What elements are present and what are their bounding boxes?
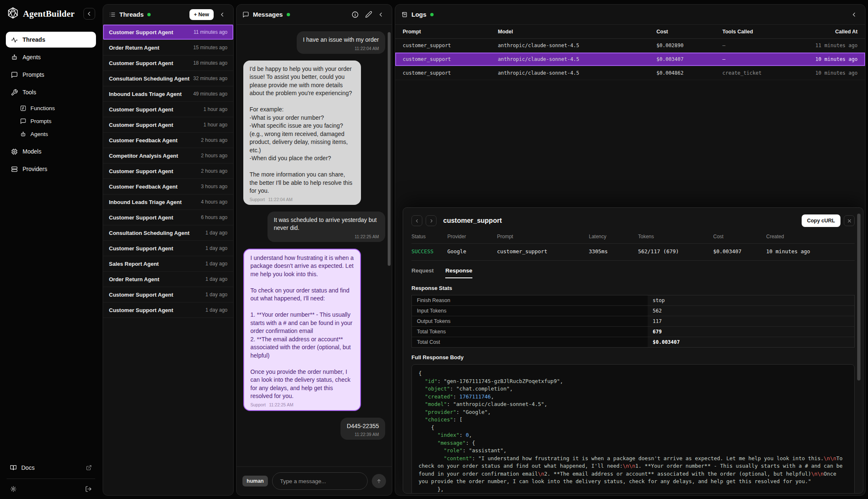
tab-request[interactable]: Request	[411, 263, 434, 278]
message-bubble[interactable]: I understand how frustrating it is when …	[243, 249, 361, 411]
thread-item[interactable]: Customer Support Agent 1 day ago	[103, 302, 233, 318]
log-row[interactable]: customer_support anthropic/claude-sonnet…	[395, 66, 865, 80]
thread-item[interactable]: Customer Support Agent 1 hour ago	[103, 102, 233, 117]
thread-item[interactable]: Inbound Leads Triage Agent 49 minutes ag…	[103, 86, 233, 102]
thread-item[interactable]: Consultation Scheduling Agent 1 day ago	[103, 225, 233, 241]
message-input[interactable]	[272, 472, 368, 490]
message-square-icon	[11, 71, 18, 78]
message-bubble[interactable]: It was scheduled to arrive yesterday but…	[267, 212, 385, 242]
meta-label: Prompt	[497, 234, 589, 244]
message-bubble[interactable]: I have an issue with my order 11:22:04 A…	[297, 31, 385, 54]
stats-value: stop	[648, 295, 854, 305]
response-stats-table: Finish Reason stop Input Tokens 562 Outp…	[411, 295, 855, 348]
thread-name: Customer Support Agent	[109, 29, 173, 35]
log-tools-called: —	[722, 56, 811, 62]
thread-item[interactable]: Inbound Leads Triage Agent 4 hours ago	[103, 194, 233, 210]
thread-item[interactable]: Customer Support Agent 1 hour ago	[103, 117, 233, 133]
messages-collapse-button[interactable]	[376, 9, 386, 20]
sidebar: AgentBuilder Threads Agents Prompts Tool…	[0, 0, 102, 499]
message-text: I'd be happy to help you with your order…	[250, 65, 355, 195]
message-bubble[interactable]: I'd be happy to help you with your order…	[243, 60, 361, 205]
detail-header: customer_support Copy cURL	[411, 208, 855, 227]
stats-value: 679	[648, 327, 854, 337]
threads-collapse-button[interactable]	[217, 9, 227, 20]
tab-response[interactable]: Response	[445, 263, 472, 278]
logo-row: AgentBuilder	[6, 6, 96, 22]
sidebar-item-agents[interactable]: Agents	[6, 49, 96, 65]
message-time: 11:22:25 AM	[269, 402, 293, 407]
sidebar-item-providers[interactable]: Providers	[6, 161, 96, 177]
thread-time: 1 day ago	[205, 292, 227, 297]
thread-item[interactable]: Competitor Analysis Agent 2 hours ago	[103, 148, 233, 164]
thread-item[interactable]: Customer Feedback Agent 3 hours ago	[103, 179, 233, 194]
status-dot	[147, 13, 151, 16]
sidebar-subitem-prompts[interactable]: Prompts	[6, 115, 96, 128]
log-row[interactable]: customer_support anthropic/claude-sonnet…	[395, 53, 865, 66]
thread-item[interactable]: Customer Support Agent 11 minutes ago	[103, 25, 233, 40]
sidebar-item-tools[interactable]: Tools	[6, 84, 96, 100]
thread-time: 2 hours ago	[201, 137, 227, 143]
meta-column: Created 10 minutes ago	[766, 234, 855, 260]
thread-item[interactable]: Customer Support Agent 1 day ago	[103, 287, 233, 302]
thread-item[interactable]: Customer Support Agent 2 hours ago	[103, 164, 233, 179]
copy-curl-button[interactable]: Copy cURL	[802, 214, 840, 227]
thread-item[interactable]: Customer Feedback Agent 2 hours ago	[103, 133, 233, 148]
new-thread-button[interactable]: + New	[189, 9, 214, 20]
response-body-box[interactable]: { "id": "gen-1767111745-gzBJlRucbZPoqetx…	[411, 364, 855, 494]
send-button[interactable]	[372, 474, 386, 488]
settings-button[interactable]	[10, 486, 17, 492]
thread-name: Customer Support Agent	[109, 307, 173, 313]
sidebar-item-models[interactable]: Models	[6, 144, 96, 159]
message-text: I have an issue with my order	[303, 36, 379, 44]
edit-button[interactable]	[365, 11, 372, 18]
thread-item[interactable]: Customer Support Agent 1 day ago	[103, 241, 233, 256]
thread-time: 1 hour ago	[204, 122, 227, 128]
meta-value: 562/117 (679)	[638, 244, 713, 260]
prev-log-button[interactable]	[411, 215, 422, 226]
sidebar-item-prompts[interactable]: Prompts	[6, 67, 96, 83]
sidebar-item-label: Functions	[30, 105, 55, 111]
sidebar-nav: Threads Agents Prompts Tools Functions P…	[6, 32, 96, 179]
detail-title: customer_support	[443, 217, 502, 224]
logout-button[interactable]	[85, 486, 92, 492]
info-button[interactable]	[351, 11, 359, 18]
stats-row: Total Cost $0.003407	[412, 337, 854, 347]
thread-name: Consultation Scheduling Agent	[109, 230, 189, 236]
thread-item[interactable]: Customer Support Agent 18 minutes ago	[103, 55, 233, 71]
status-dot	[287, 13, 290, 16]
log-model: anthropic/claude-sonnet-4.5	[498, 70, 656, 76]
sidebar-item-threads[interactable]: Threads	[6, 32, 96, 48]
message-square-icon	[242, 11, 249, 18]
messages-scrollbar[interactable]	[388, 32, 391, 266]
logs-collapse-button[interactable]	[849, 9, 859, 20]
message-bubble[interactable]: D445-22355 11:22:39 AM	[341, 418, 385, 440]
next-log-button[interactable]	[426, 215, 437, 226]
column-header-prompt: Prompt	[403, 29, 498, 35]
log-cost: $0.003407	[656, 56, 722, 62]
log-called-at: 10 minutes ago	[811, 56, 858, 62]
stats-row: Input Tokens 562	[412, 306, 854, 316]
thread-item[interactable]: Sales Report Agent 1 day ago	[103, 256, 233, 272]
sidebar-collapse-button[interactable]	[83, 8, 95, 20]
thread-item[interactable]: Order Return Agent 15 minutes ago	[103, 40, 233, 55]
sidebar-subitem-functions[interactable]: Functions	[6, 102, 96, 115]
meta-column: Tokens 562/117 (679)	[638, 234, 713, 260]
info-icon	[351, 11, 359, 18]
pencil-icon	[365, 11, 372, 18]
thread-item[interactable]: Order Return Agent 1 day ago	[103, 272, 233, 287]
column-header-tools-called: Tools Called	[722, 29, 811, 35]
close-detail-button[interactable]	[844, 215, 855, 226]
thread-item[interactable]: Consultation Scheduling Agent 32 minutes…	[103, 71, 233, 86]
thread-item[interactable]: Customer Support Agent 6 hours ago	[103, 210, 233, 225]
docs-link[interactable]: Docs	[6, 462, 96, 474]
gear-icon	[10, 486, 17, 492]
sidebar-subitem-agents[interactable]: Agents	[6, 128, 96, 141]
thread-list: Customer Support Agent 11 minutes ago Or…	[103, 25, 233, 318]
message-footer: Support 11:22:04 AM	[250, 197, 355, 202]
thread-name: Customer Support Agent	[109, 60, 173, 66]
meta-value: $0.003407	[713, 244, 766, 260]
log-row[interactable]: customer_support anthropic/claude-sonnet…	[395, 39, 865, 53]
role-badge[interactable]: human	[242, 476, 268, 486]
detail-scrollbar[interactable]	[857, 214, 860, 381]
thread-name: Customer Support Agent	[109, 168, 173, 174]
